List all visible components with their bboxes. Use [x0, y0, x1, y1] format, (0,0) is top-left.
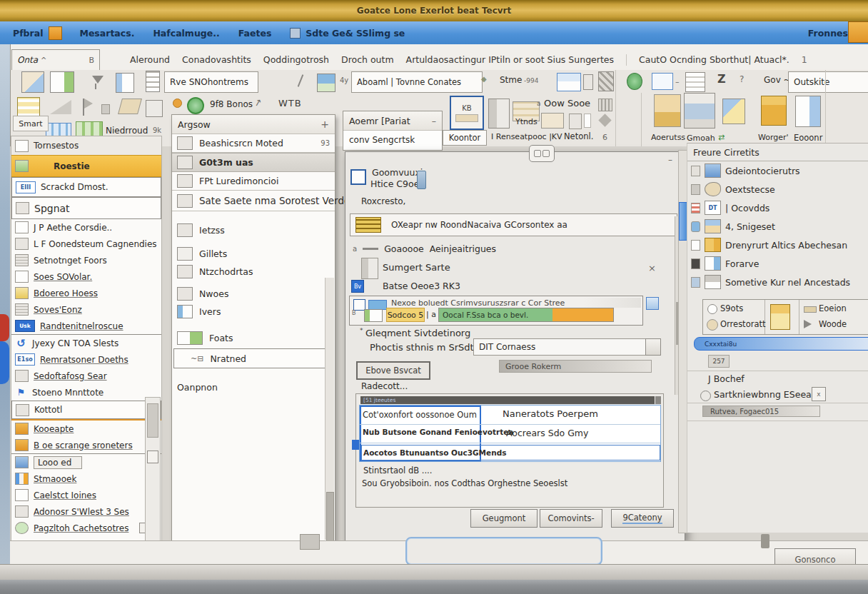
- sidebar-item[interactable]: Setnotnget Foors: [11, 252, 161, 268]
- favorites-item[interactable]: Oextstecse: [687, 180, 868, 198]
- dialog-handle-icon[interactable]: [529, 145, 555, 162]
- droplist-item[interactable]: Ntzchodrtas: [172, 263, 335, 281]
- favorites-item[interactable]: Gdeiontocierutrs: [687, 161, 868, 180]
- sidebar-item[interactable]: Adonosr S'Wlest 3 Ses: [11, 503, 161, 520]
- sidebar-item[interactable]: Usk Randtenitnelroscue: [11, 318, 161, 335]
- play-icon[interactable]: [804, 320, 812, 328]
- droplist-item[interactable]: Sate Saete nma Sorotest Verdoss: [172, 191, 335, 211]
- search-input[interactable]: Rve SNOhontrems: [164, 71, 258, 93]
- mini-card-icon[interactable]: [583, 74, 593, 90]
- support-label[interactable]: Sumgert Sarte: [383, 262, 450, 273]
- sidebar-item[interactable]: Soves'Eonz: [11, 301, 161, 318]
- droplist-item-selected[interactable]: G0t3m uas: [172, 153, 335, 172]
- table-cell[interactable]: Cot'oxonfort oossonoe Oum: [363, 410, 477, 420]
- main-field[interactable]: OXeapr nw RoondNacaiva GCorsontex aa: [350, 213, 677, 236]
- column-icon[interactable]: [488, 99, 510, 129]
- geugmont-button[interactable]: Geugmont: [470, 509, 538, 528]
- eooonr-label[interactable]: Eooonr: [794, 133, 822, 143]
- layout-icon[interactable]: [116, 73, 134, 93]
- sidebar-item[interactable]: Bdoereo Hoess: [11, 285, 161, 301]
- table-row-selected[interactable]: Aocotos Btunuantso Ouc3GMends: [361, 445, 660, 460]
- keyboard-icon[interactable]: KB: [450, 96, 484, 130]
- group-b1-label[interactable]: Eoeion: [819, 303, 847, 313]
- sidebar-scrollbar[interactable]: [145, 397, 161, 544]
- white-bar-icon[interactable]: [584, 114, 591, 128]
- picture-icon[interactable]: [317, 74, 335, 92]
- menu-item-pfbral[interactable]: Pfbral: [13, 28, 43, 39]
- droplist-item[interactable]: FPt Luredimoncioi: [172, 172, 335, 191]
- renseatpooc-label[interactable]: I Renseatpooc |KV: [491, 132, 562, 141]
- eooonr-icon[interactable]: [795, 96, 821, 127]
- sodcoo-highlight[interactable]: Sodcoo 5: [386, 308, 425, 322]
- sidebar-item[interactable]: Stmaooek: [11, 470, 161, 487]
- outline-box[interactable]: Outskite: [788, 71, 868, 93]
- bottom-handle[interactable]: [761, 534, 769, 548]
- favorites-item[interactable]: Sometive Kur nel Ancestads: [687, 273, 868, 291]
- sidebar-item[interactable]: ⚑ Stoeno Mnnttote: [11, 384, 161, 401]
- comovints-button[interactable]: Comovints-: [540, 509, 602, 528]
- sidebar-item[interactable]: E1so Remratsoner Doeths: [11, 351, 161, 368]
- corner-accent-tab[interactable]: [848, 21, 868, 43]
- droplist-item[interactable]: Ietzss: [172, 221, 335, 239]
- favorites-item[interactable]: DT | Ocovdds: [687, 198, 868, 217]
- dit-dropdown[interactable]: DIT Cornaess: [473, 338, 651, 356]
- ebove-button[interactable]: Ebove Bsvcat: [356, 361, 430, 380]
- sidebar-item[interactable]: EIII Scrackd Dmost.: [11, 177, 161, 197]
- favorites-item[interactable]: 4, Snigeset: [687, 217, 868, 236]
- sidebar-item[interactable]: Kooeapte: [11, 419, 161, 437]
- sidebar-item[interactable]: L F Oonedsteum Cagnendies: [11, 236, 161, 252]
- sidebar-item[interactable]: Pagzltoh Cachetsotres: [11, 520, 161, 536]
- menu-item-mesartacs[interactable]: Mesartacs.: [79, 28, 134, 39]
- menu-item-settings[interactable]: Sdte Ge& SSlimg se: [306, 28, 405, 39]
- dialog-collapse-icon[interactable]: –: [668, 155, 672, 165]
- gov-dropdown[interactable]: Gov ~: [764, 75, 791, 85]
- selection-grip[interactable]: [352, 440, 359, 450]
- sidebar-item[interactable]: Caelstct Ioines: [11, 487, 161, 503]
- favorites-item[interactable]: Forarve: [687, 254, 868, 273]
- aoerutss-label[interactable]: Aoerutss: [651, 133, 685, 142]
- droplist-scrollbar[interactable]: [325, 278, 334, 540]
- argsow-header[interactable]: Argsow +: [172, 115, 335, 134]
- bochef-label[interactable]: J Bochef: [708, 373, 745, 384]
- worger-folder-icon[interactable]: [761, 96, 787, 126]
- droplist-item[interactable]: ~⊟ Nratned: [173, 348, 332, 368]
- droplist-item[interactable]: Ivers: [172, 303, 335, 321]
- aoerutss-icon[interactable]: [654, 94, 681, 127]
- recycle-arrows-icon[interactable]: ⇄: [718, 133, 725, 142]
- wtb-label[interactable]: WTB: [278, 98, 302, 109]
- droplist-item[interactable]: Gillets: [172, 245, 335, 263]
- sidebar-item[interactable]: B oe scrange sroneters: [11, 437, 161, 454]
- scrollbar-thumb[interactable]: [147, 403, 158, 438]
- batse-label[interactable]: Batse Oeoe3 RK3: [383, 281, 460, 291]
- sidebar-item[interactable]: Soes SOVolar.: [11, 268, 161, 285]
- small-toggle-box[interactable]: x: [812, 387, 826, 401]
- wb-bonos-label[interactable]: 9f8 Bonos: [210, 99, 253, 109]
- funnel-icon[interactable]: [92, 76, 104, 84]
- browse-icon[interactable]: [645, 338, 661, 356]
- group-a1-label[interactable]: S9ots: [720, 303, 743, 313]
- oow-sooe-label[interactable]: Oow Sooe: [544, 98, 590, 109]
- aoemr-header[interactable]: Aoemr [Pariat –: [343, 111, 442, 131]
- tab-one[interactable]: 1: [802, 54, 807, 66]
- mixed-grid-icon[interactable]: [722, 99, 745, 124]
- pin-icon[interactable]: [173, 99, 182, 108]
- tan-window-icon[interactable]: [541, 113, 564, 129]
- chevron-up-icon[interactable]: ^: [41, 56, 46, 64]
- sidebar-item[interactable]: Kottotl: [11, 401, 161, 419]
- document-icon[interactable]: [685, 72, 705, 92]
- sidebar-item[interactable]: Sedoftafosg Sear: [11, 368, 161, 384]
- triangle-icon[interactable]: [50, 100, 71, 114]
- worger-label[interactable]: Worger': [758, 133, 789, 142]
- tiny-box-icon[interactable]: [101, 104, 110, 114]
- scroll-button-icon[interactable]: [147, 450, 158, 463]
- table-view-icon[interactable]: [50, 71, 74, 93]
- tab-aleround[interactable]: Aleround: [130, 54, 170, 66]
- sidebar-item[interactable]: Looo ed: [11, 454, 161, 470]
- cateony-button[interactable]: 9Cateony: [611, 509, 674, 528]
- minus-icon[interactable]: –: [432, 116, 436, 126]
- selected-blue-bar[interactable]: Cxxxtai8u: [694, 337, 868, 351]
- list-icon[interactable]: [146, 71, 160, 92]
- droplist-item[interactable]: Foats: [172, 329, 335, 347]
- droplist-item[interactable]: Beashicsrcn Moted 93: [172, 134, 335, 153]
- close-icon[interactable]: ×: [648, 263, 656, 273]
